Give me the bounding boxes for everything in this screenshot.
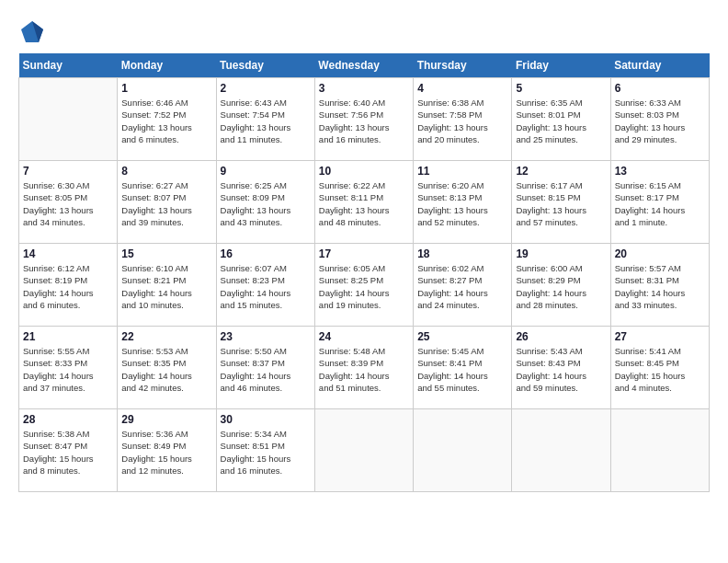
calendar-cell: 13Sunrise: 6:15 AM Sunset: 8:17 PM Dayli… xyxy=(610,161,709,244)
calendar-cell: 21Sunrise: 5:55 AM Sunset: 8:33 PM Dayli… xyxy=(19,327,118,409)
calendar-cell: 11Sunrise: 6:20 AM Sunset: 8:13 PM Dayli… xyxy=(414,161,512,244)
day-info: Sunrise: 6:05 AM Sunset: 8:25 PM Dayligh… xyxy=(319,262,409,311)
header-row: SundayMondayTuesdayWednesdayThursdayFrid… xyxy=(19,53,710,78)
day-number: 20 xyxy=(615,247,705,260)
calendar-cell: 7Sunrise: 6:30 AM Sunset: 8:05 PM Daylig… xyxy=(19,161,118,244)
day-number: 26 xyxy=(516,330,606,343)
calendar-cell: 20Sunrise: 5:57 AM Sunset: 8:31 PM Dayli… xyxy=(610,244,709,327)
calendar-cell xyxy=(610,409,709,492)
day-info: Sunrise: 5:34 AM Sunset: 8:51 PM Dayligh… xyxy=(221,428,311,477)
day-info: Sunrise: 6:15 AM Sunset: 8:17 PM Dayligh… xyxy=(615,179,705,228)
calendar-header: SundayMondayTuesdayWednesdayThursdayFrid… xyxy=(19,53,710,78)
day-info: Sunrise: 5:48 AM Sunset: 8:39 PM Dayligh… xyxy=(319,345,409,394)
calendar-cell: 1Sunrise: 6:46 AM Sunset: 7:52 PM Daylig… xyxy=(118,78,216,161)
calendar-cell: 12Sunrise: 6:17 AM Sunset: 8:15 PM Dayli… xyxy=(512,161,610,244)
calendar-cell xyxy=(414,409,512,492)
header-friday: Friday xyxy=(512,53,610,78)
day-number: 10 xyxy=(319,165,409,178)
day-info: Sunrise: 6:12 AM Sunset: 8:19 PM Dayligh… xyxy=(23,262,113,311)
calendar-cell: 8Sunrise: 6:27 AM Sunset: 8:07 PM Daylig… xyxy=(118,161,216,244)
day-info: Sunrise: 5:50 AM Sunset: 8:37 PM Dayligh… xyxy=(221,345,311,394)
day-info: Sunrise: 5:53 AM Sunset: 8:35 PM Dayligh… xyxy=(121,345,211,394)
calendar-cell xyxy=(314,409,413,492)
day-number: 11 xyxy=(417,165,507,178)
day-number: 15 xyxy=(121,247,211,260)
day-info: Sunrise: 6:20 AM Sunset: 8:13 PM Dayligh… xyxy=(417,179,507,228)
day-number: 16 xyxy=(221,247,311,260)
day-info: Sunrise: 5:38 AM Sunset: 8:47 PM Dayligh… xyxy=(23,428,113,477)
calendar-cell: 18Sunrise: 6:02 AM Sunset: 8:27 PM Dayli… xyxy=(414,244,512,327)
calendar-cell: 14Sunrise: 6:12 AM Sunset: 8:19 PM Dayli… xyxy=(19,244,118,327)
header-wednesday: Wednesday xyxy=(314,53,413,78)
day-info: Sunrise: 6:30 AM Sunset: 8:05 PM Dayligh… xyxy=(23,179,113,228)
calendar-cell: 27Sunrise: 5:41 AM Sunset: 8:45 PM Dayli… xyxy=(610,327,709,409)
calendar-cell: 24Sunrise: 5:48 AM Sunset: 8:39 PM Dayli… xyxy=(314,327,413,409)
day-info: Sunrise: 6:33 AM Sunset: 8:03 PM Dayligh… xyxy=(615,97,705,145)
day-info: Sunrise: 6:46 AM Sunset: 7:52 PM Dayligh… xyxy=(121,97,211,145)
calendar-cell: 16Sunrise: 6:07 AM Sunset: 8:23 PM Dayli… xyxy=(216,244,314,327)
day-info: Sunrise: 6:00 AM Sunset: 8:29 PM Dayligh… xyxy=(516,262,606,311)
day-info: Sunrise: 5:43 AM Sunset: 8:43 PM Dayligh… xyxy=(516,345,606,394)
day-info: Sunrise: 5:36 AM Sunset: 8:49 PM Dayligh… xyxy=(121,428,211,477)
week-row-3: 21Sunrise: 5:55 AM Sunset: 8:33 PM Dayli… xyxy=(19,327,710,409)
day-number: 5 xyxy=(516,82,606,95)
day-number: 25 xyxy=(417,330,507,343)
week-row-0: 1Sunrise: 6:46 AM Sunset: 7:52 PM Daylig… xyxy=(19,78,710,161)
day-number: 4 xyxy=(417,82,507,95)
calendar-cell: 25Sunrise: 5:45 AM Sunset: 8:41 PM Dayli… xyxy=(414,327,512,409)
day-info: Sunrise: 5:45 AM Sunset: 8:41 PM Dayligh… xyxy=(417,345,507,394)
day-number: 3 xyxy=(319,82,409,95)
day-info: Sunrise: 6:40 AM Sunset: 7:56 PM Dayligh… xyxy=(319,97,409,145)
day-info: Sunrise: 5:57 AM Sunset: 8:31 PM Dayligh… xyxy=(615,262,705,311)
header-monday: Monday xyxy=(118,53,216,78)
day-number: 18 xyxy=(417,247,507,260)
day-info: Sunrise: 6:25 AM Sunset: 8:09 PM Dayligh… xyxy=(221,179,311,228)
day-number: 22 xyxy=(121,330,211,343)
calendar-cell: 30Sunrise: 5:34 AM Sunset: 8:51 PM Dayli… xyxy=(216,409,314,492)
day-info: Sunrise: 6:27 AM Sunset: 8:07 PM Dayligh… xyxy=(121,179,211,228)
day-number: 6 xyxy=(615,82,705,95)
calendar-cell: 29Sunrise: 5:36 AM Sunset: 8:49 PM Dayli… xyxy=(118,409,216,492)
page-header xyxy=(18,18,710,46)
day-info: Sunrise: 6:38 AM Sunset: 7:58 PM Dayligh… xyxy=(417,97,507,145)
day-number: 28 xyxy=(23,413,113,426)
calendar-cell: 10Sunrise: 6:22 AM Sunset: 8:11 PM Dayli… xyxy=(314,161,413,244)
logo xyxy=(18,18,50,46)
header-thursday: Thursday xyxy=(414,53,512,78)
day-number: 29 xyxy=(121,413,211,426)
calendar-cell: 26Sunrise: 5:43 AM Sunset: 8:43 PM Dayli… xyxy=(512,327,610,409)
calendar-cell: 28Sunrise: 5:38 AM Sunset: 8:47 PM Dayli… xyxy=(19,409,118,492)
day-number: 9 xyxy=(221,165,311,178)
day-info: Sunrise: 6:17 AM Sunset: 8:15 PM Dayligh… xyxy=(516,179,606,228)
calendar-cell: 4Sunrise: 6:38 AM Sunset: 7:58 PM Daylig… xyxy=(414,78,512,161)
day-number: 24 xyxy=(319,330,409,343)
week-row-2: 14Sunrise: 6:12 AM Sunset: 8:19 PM Dayli… xyxy=(19,244,710,327)
calendar-body: 1Sunrise: 6:46 AM Sunset: 7:52 PM Daylig… xyxy=(19,78,710,492)
calendar-cell: 15Sunrise: 6:10 AM Sunset: 8:21 PM Dayli… xyxy=(118,244,216,327)
day-number: 12 xyxy=(516,165,606,178)
calendar-cell: 2Sunrise: 6:43 AM Sunset: 7:54 PM Daylig… xyxy=(216,78,314,161)
header-sunday: Sunday xyxy=(19,53,118,78)
calendar-cell: 23Sunrise: 5:50 AM Sunset: 8:37 PM Dayli… xyxy=(216,327,314,409)
day-info: Sunrise: 6:02 AM Sunset: 8:27 PM Dayligh… xyxy=(417,262,507,311)
day-number: 8 xyxy=(121,165,211,178)
day-number: 23 xyxy=(221,330,311,343)
week-row-1: 7Sunrise: 6:30 AM Sunset: 8:05 PM Daylig… xyxy=(19,161,710,244)
day-number: 13 xyxy=(615,165,705,178)
logo-icon xyxy=(18,18,46,46)
day-info: Sunrise: 6:07 AM Sunset: 8:23 PM Dayligh… xyxy=(221,262,311,311)
calendar-cell: 6Sunrise: 6:33 AM Sunset: 8:03 PM Daylig… xyxy=(610,78,709,161)
calendar-cell: 17Sunrise: 6:05 AM Sunset: 8:25 PM Dayli… xyxy=(314,244,413,327)
calendar-cell xyxy=(19,78,118,161)
calendar-table: SundayMondayTuesdayWednesdayThursdayFrid… xyxy=(18,53,710,492)
calendar-cell: 19Sunrise: 6:00 AM Sunset: 8:29 PM Dayli… xyxy=(512,244,610,327)
day-number: 7 xyxy=(23,165,113,178)
day-number: 1 xyxy=(121,82,211,95)
calendar-cell xyxy=(512,409,610,492)
day-number: 2 xyxy=(221,82,311,95)
day-info: Sunrise: 6:35 AM Sunset: 8:01 PM Dayligh… xyxy=(516,97,606,145)
day-info: Sunrise: 6:43 AM Sunset: 7:54 PM Dayligh… xyxy=(221,97,311,145)
header-saturday: Saturday xyxy=(610,53,709,78)
day-info: Sunrise: 6:22 AM Sunset: 8:11 PM Dayligh… xyxy=(319,179,409,228)
calendar-cell: 9Sunrise: 6:25 AM Sunset: 8:09 PM Daylig… xyxy=(216,161,314,244)
